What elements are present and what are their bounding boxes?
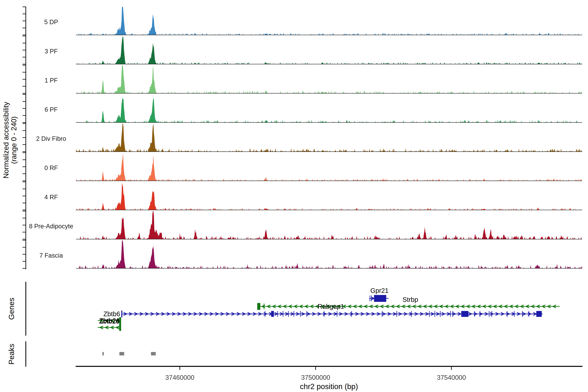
gene-strbp-1: Strbp	[402, 296, 418, 303]
gene-label: Zbtb26	[99, 318, 120, 325]
coverage-track-1-pf: 1 PF	[44, 65, 582, 93]
exon-box	[257, 303, 260, 310]
track-label: 0 RF	[44, 164, 58, 171]
exon-box	[271, 311, 274, 317]
coverage-area	[76, 240, 582, 268]
gene-zbtb26-5: Zbtb26	[98, 318, 121, 331]
peak-interval-box	[151, 352, 156, 356]
coverage-track-8-pre-adipocyte: 8 Pre-Adipocyte	[29, 211, 582, 239]
y-axis-title: Normalized accessibility	[2, 102, 10, 178]
coverage-plot-svg: Normalized accessibility(range 0 - 240)5…	[0, 0, 588, 392]
x-axis-title: chr2 position (bp)	[300, 382, 358, 391]
exon-box	[461, 311, 468, 317]
coverage-area	[76, 153, 582, 181]
coverage-area	[76, 65, 582, 93]
track-label: 2 Div Fibro	[36, 135, 66, 142]
coverage-area	[76, 7, 582, 35]
x-axis-tick-label: 37460000	[165, 374, 194, 381]
coverage-track-2-div-fibro: 2 Div Fibro	[36, 124, 582, 152]
coverage-area	[76, 98, 582, 122]
coverage-track-0-rf: 0 RF	[44, 153, 582, 181]
section-label: Peaks	[7, 344, 16, 364]
track-label: 1 PF	[44, 77, 58, 84]
exon-box	[121, 310, 122, 317]
exon-box	[536, 311, 542, 317]
section-label: Genes	[7, 298, 16, 320]
gene-zbtb6-3: Zbtb6	[104, 310, 543, 318]
track-label: 6 PF	[44, 106, 58, 113]
track-label: 8 Pre-Adipocyte	[29, 223, 73, 230]
peak-interval-box	[102, 352, 104, 356]
coverage-track-7-fascia: 7 Fascia	[39, 240, 582, 268]
coverage-track-5-dp: 5 DP	[44, 7, 582, 35]
exon-box	[119, 324, 121, 331]
coverage-area	[76, 183, 582, 210]
track-label: 5 DP	[44, 18, 58, 26]
coverage-plot-figure: Normalized accessibility(range 0 - 240)5…	[0, 0, 588, 392]
x-axis-tick-label: 37500000	[301, 374, 330, 381]
coverage-track-6-pf: 6 PF	[44, 98, 582, 122]
gene-gpr21-0: Gpr21	[369, 287, 388, 302]
coverage-track-3-pf: 3 PF	[44, 36, 582, 64]
x-axis-tick-label: 37540000	[437, 374, 466, 381]
coverage-area	[76, 211, 582, 239]
coverage-track-4-rf: 4 RF	[44, 183, 582, 210]
peak-interval-box	[120, 352, 124, 356]
gene-rabgap1-2: Rabgap1	[257, 303, 560, 310]
gene-label: Gpr21	[370, 287, 388, 294]
gene-label: Zbtb6	[104, 310, 120, 318]
track-label: 7 Fascia	[39, 252, 63, 259]
exon-box	[374, 295, 386, 302]
coverage-area	[76, 36, 582, 64]
track-label: 3 PF	[44, 48, 58, 55]
coverage-area	[76, 124, 582, 152]
gene-label: Strbp	[402, 296, 418, 303]
track-label: 4 RF	[44, 194, 58, 200]
y-axis-title: (range 0 - 240)	[10, 116, 18, 164]
gene-label: Rabgap1	[318, 303, 344, 310]
